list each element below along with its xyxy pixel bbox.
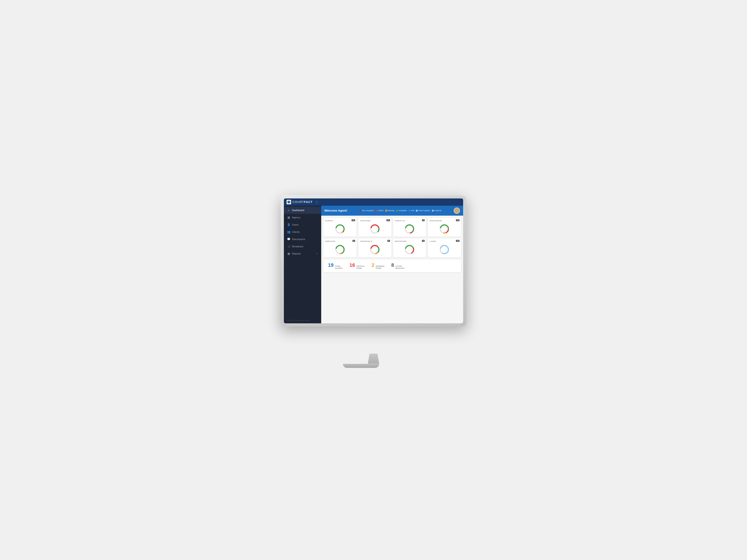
legend-dot — [359, 210, 361, 212]
stat-label: ACTIVEMODULES — [395, 265, 405, 269]
donut-wrapper-reporting — [395, 244, 424, 256]
widget-badge-login: 19 — [456, 240, 460, 242]
sidebar-nav: ⌂ Dashboard ▦ Agency 👤 Users 👥 Clients 💬… — [284, 206, 321, 318]
widget-badge-tracking: 16 — [386, 219, 390, 221]
monitor-outer: COURTFACT ⋮ ⌂ Dashboard ▦ Agency 👤 — [281, 195, 466, 326]
stat-number: 8 — [391, 262, 394, 268]
legend-dot — [416, 210, 418, 212]
nav-icon-reports: ▦ — [287, 252, 290, 255]
donut-wrapper-login — [430, 244, 459, 256]
nav-label-dashboard: Dashboard — [292, 209, 304, 212]
widget-title-login: LOGIN — [430, 240, 459, 242]
nav-label-broadcast: Broadcast — [292, 245, 303, 248]
stat-item-critical-items: 16 CRITICALITEMS — [350, 262, 365, 269]
donut-wrapper-discussion — [430, 223, 459, 235]
stat-label: TOTALCLIENTS — [335, 265, 342, 269]
donut-chart-tracking — [370, 224, 380, 234]
sidebar: ⌂ Dashboard ▦ Agency 👤 Users 👥 Clients 💬… — [284, 206, 321, 323]
stand-base — [343, 364, 379, 368]
sidebar-item-reports[interactable]: ▦ Reports ▼ — [284, 250, 321, 257]
legend-item-pin: PIN — [409, 210, 414, 212]
widget-badge-financials: 6 — [387, 240, 390, 242]
legend-label: Facial ID — [434, 210, 442, 212]
svg-point-3 — [455, 211, 458, 213]
top-bar-menu-icon[interactable]: ⋮ — [315, 200, 318, 204]
donut-wrapper-tracking — [360, 223, 390, 235]
nav-label-discussions: Discussions — [292, 238, 305, 241]
content-header: Welcome Agent! Non-compliant Critical Wa… — [321, 206, 463, 216]
nav-icon-broadcast: ◁ — [287, 245, 290, 248]
donut-wrapper-check-in — [395, 223, 424, 235]
legend-bar: Non-compliant Critical Warning Compliant… — [359, 210, 442, 212]
widget-badge-discussion: 14 — [456, 219, 460, 221]
widget-card-login: LOGIN 19 — [428, 238, 461, 257]
legend-label: Non-compliant — [362, 210, 374, 212]
stat-number: 2 — [372, 262, 375, 268]
nav-arrow: ▼ — [316, 252, 318, 255]
svg-point-2 — [456, 209, 458, 211]
widget-card-financials: FINANCIALS 6 — [358, 238, 391, 257]
logo-area: COURTFACT — [287, 200, 313, 204]
nav-label-agency: Agency — [292, 216, 300, 219]
legend-label: Critical — [378, 210, 383, 212]
sidebar-item-users[interactable]: 👤 Users — [284, 221, 321, 228]
avatar — [454, 208, 460, 214]
widget-card-services: SERVICES 4 — [324, 238, 357, 257]
legend-dot — [432, 210, 434, 212]
legend-label: Photo Capture — [418, 210, 430, 212]
sidebar-item-dashboard[interactable]: ⌂ Dashboard — [284, 207, 321, 214]
widget-badge-reporting: 4 — [422, 240, 424, 242]
monitor-bezel: COURTFACT ⋮ ⌂ Dashboard ▦ Agency 👤 — [284, 198, 463, 323]
stat-label: WARNINGITEMS — [376, 265, 385, 269]
widget-card-events: EVENTS 19 — [324, 218, 357, 237]
widget-title-financials: FINANCIALS — [360, 240, 390, 242]
nav-icon-users: 👤 — [287, 223, 290, 226]
widget-card-reporting: REPORTING 4 — [393, 238, 426, 257]
donut-wrapper-financials — [360, 244, 390, 256]
legend-item-facial-id: Facial ID — [432, 210, 442, 212]
widget-card-discussion: DISCUSSION 14 — [428, 218, 461, 237]
widget-card-tracking: TRACKING 16 — [358, 218, 391, 237]
legend-item-warning: Warning — [385, 210, 394, 212]
donut-chart-reporting — [405, 245, 414, 255]
logo-icon — [287, 200, 291, 204]
widget-title-tracking: TRACKING — [360, 220, 390, 222]
nav-icon-discussions: 💬 — [287, 238, 290, 241]
content-area: Welcome Agent! Non-compliant Critical Wa… — [321, 206, 463, 323]
legend-item-photo-capture: Photo Capture — [416, 210, 430, 212]
monitor-screen: COURTFACT ⋮ ⌂ Dashboard ▦ Agency 👤 — [284, 198, 463, 323]
donut-chart-discussion — [439, 224, 449, 234]
legend-dot — [385, 210, 387, 212]
top-bar: COURTFACT ⋮ — [284, 198, 463, 206]
legend-dot — [409, 210, 410, 212]
sidebar-item-agency[interactable]: ▦ Agency — [284, 214, 321, 221]
donut-chart-services — [335, 245, 345, 255]
monitor-wrapper: COURTFACT ⋮ ⌂ Dashboard ▦ Agency 👤 — [272, 195, 475, 365]
welcome-text: Welcome Agent! — [325, 209, 347, 212]
widget-title-reporting: REPORTING — [395, 240, 424, 242]
donut-wrapper-events — [325, 223, 355, 235]
sidebar-item-discussions[interactable]: 💬 Discussions — [284, 236, 321, 243]
donut-wrapper-services — [325, 244, 355, 256]
stats-bar: 19 TOTALCLIENTS 16 CRITICALITEMS 2 WARNI… — [324, 260, 461, 272]
legend-item-compliant: Compliant — [396, 210, 407, 212]
sidebar-footer: ©2017-19 CourtFact v1.34.0 — [284, 318, 321, 323]
widget-card-check-in: CHECK-IN 9 — [393, 218, 426, 237]
widget-title-events: EVENTS — [325, 220, 355, 222]
svg-marker-1 — [288, 201, 290, 203]
legend-label: Compliant — [398, 210, 407, 212]
legend-label: PIN — [411, 210, 414, 212]
widget-title-services: SERVICES — [325, 240, 355, 242]
stand-neck — [368, 354, 379, 364]
donut-chart-financials — [370, 245, 380, 255]
legend-dot — [375, 210, 377, 212]
sidebar-item-clients[interactable]: 👥 Clients — [284, 228, 321, 236]
nav-label-clients: Clients — [292, 231, 300, 233]
sidebar-item-broadcast[interactable]: ◁ Broadcast — [284, 243, 321, 250]
nav-label-users: Users — [292, 223, 299, 226]
stat-item-active-modules: 8 ACTIVEMODULES — [391, 262, 404, 269]
dashboard-content: EVENTS 19 TRACKING 16 CHECK-IN 9 DISCUSS… — [321, 216, 463, 323]
app-logo-text: COURTFACT — [292, 200, 313, 204]
stat-number: 19 — [328, 262, 333, 268]
nav-label-reports: Reports — [292, 252, 301, 255]
